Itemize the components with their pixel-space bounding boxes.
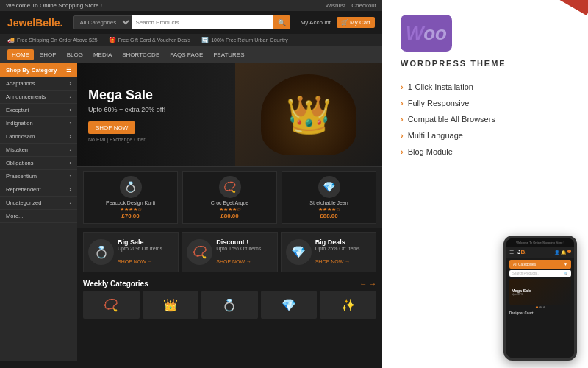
- info-panel: RESPONSIVE Woo WORDPRESS THEME › 1-Click…: [382, 0, 588, 368]
- header: JewelBelle. All Categories 🔍 My Account …: [0, 11, 382, 34]
- mobile-preview: Welcome To Online Shopping Store ! ☰ JB.…: [503, 236, 577, 361]
- nav-blog[interactable]: BLOG: [62, 49, 87, 60]
- mobile-logo: JB.: [517, 249, 526, 255]
- mobile-hero-sub: Upto 60%: [512, 293, 531, 296]
- promo-image-1: 💍: [88, 239, 114, 265]
- mobile-category-select[interactable]: All Categories ▼: [509, 260, 571, 269]
- hero-subtitle: Upto 60% + extra 20% off!: [88, 106, 165, 113]
- woo-logo: Woo: [401, 15, 452, 52]
- sidebar-item-praesentium[interactable]: Praesentium›: [0, 170, 77, 183]
- mobile-header-icons: 👤 🔔: [554, 250, 571, 255]
- sidebar-item-adaptations[interactable]: Adaptations›: [0, 77, 77, 91]
- promo-text-3: Big Deals Upto 25% Off Items SHOP NOW →: [315, 238, 360, 266]
- info-gift: 🎁 Free Gift Card & Voucher Deals: [109, 37, 190, 43]
- content-area: Mega Sale Upto 60% + extra 20% off! SHOP…: [77, 63, 382, 361]
- weekly-item-4[interactable]: 💎: [261, 291, 318, 319]
- hero-text: Mega Sale Upto 60% + extra 20% off! SHOP…: [88, 88, 165, 142]
- weekly-item-1[interactable]: 📿: [83, 291, 140, 319]
- checkout-link[interactable]: Checkout: [351, 2, 376, 9]
- mobile-hero-text: Mega Sale Upto 60%: [512, 289, 531, 296]
- sidebar-item-mistaken[interactable]: Mistaken›: [0, 144, 77, 157]
- cart-button[interactable]: 🛒 My Cart: [337, 17, 375, 28]
- product-image-1: 💍: [120, 176, 142, 198]
- product-stars-2: ★★★★☆: [187, 207, 273, 213]
- product-image-2: 📿: [219, 176, 241, 198]
- sidebar-toggle-icon[interactable]: ☰: [66, 67, 71, 74]
- wishlist-link[interactable]: Wishlist: [326, 2, 346, 9]
- product-card-1[interactable]: 💍 Peacock Design Kurti ★★★★☆ £70.00: [83, 171, 178, 224]
- info-return: 🔄 100% Free Return Urban Country: [201, 37, 288, 43]
- sidebar: Shop By Category ☰ Adaptations› Announce…: [0, 63, 77, 361]
- hero-offer: No EMI | Exchange Offer: [88, 137, 165, 142]
- mobile-hero-title: Mega Sale: [512, 289, 531, 293]
- mobile-user-icon: 👤: [554, 250, 559, 255]
- sidebar-item-more[interactable]: More...: [0, 210, 77, 223]
- sidebar-header: Shop By Category ☰: [0, 63, 77, 77]
- product-card-3[interactable]: 💎 Stretchable Jean ★★★★☆ £88.00: [282, 171, 376, 224]
- category-select[interactable]: All Categories: [74, 15, 132, 29]
- refresh-icon: 🔄: [201, 37, 209, 43]
- search-input[interactable]: [132, 15, 273, 29]
- cart-label: My Cart: [350, 19, 370, 26]
- promo-image-2: 📿: [187, 239, 212, 265]
- promo-banners: 💍 Big Sale Upto 20% Off Items SHOP NOW →…: [77, 228, 382, 276]
- product-name-3: Stretchable Jean: [286, 200, 372, 205]
- hero-slider: Mega Sale Upto 60% + extra 20% off! SHOP…: [77, 63, 382, 166]
- cart-icon: 🛒: [341, 19, 348, 26]
- account-link[interactable]: My Account: [301, 19, 331, 26]
- sidebar-item-excepturi[interactable]: Excepturi›: [0, 104, 77, 117]
- hero-shop-now-button[interactable]: SHOP NOW: [88, 121, 135, 134]
- feature-4: › Multi Language: [401, 127, 570, 144]
- sidebar-item-laboriosam[interactable]: Laboriosam›: [0, 130, 77, 144]
- mobile-topbar: Welcome To Online Shopping Store !: [506, 238, 574, 247]
- feature-2: › Fully Responsive: [401, 95, 570, 111]
- promo-link-2[interactable]: SHOP NOW →: [216, 259, 251, 264]
- nav-features[interactable]: FEATURES: [209, 49, 248, 60]
- dot-3: [543, 306, 545, 308]
- mobile-hero: Mega Sale Upto 60%: [509, 279, 571, 305]
- sidebar-item-reprehenderit[interactable]: Reprehenderit›: [0, 183, 77, 197]
- nav-home[interactable]: HOME: [7, 49, 34, 60]
- promo-link-3[interactable]: SHOP NOW →: [315, 259, 351, 264]
- promo-title-3: Big Deals: [315, 238, 360, 246]
- weekly-item-2[interactable]: 👑: [143, 291, 199, 319]
- dot-2: [539, 306, 542, 308]
- weekly-nav[interactable]: ← →: [359, 280, 376, 288]
- nav-faqs[interactable]: FAQS PAGE: [165, 49, 207, 60]
- woo-section: Woo WORDPRESS THEME › 1-Click Installati…: [382, 0, 588, 171]
- nav-shortcode[interactable]: SHORTCODE: [118, 49, 164, 60]
- mobile-slider-dots: [506, 306, 574, 308]
- mobile-bell-icon: 🔔: [561, 250, 566, 255]
- feature-1: › 1-Click Installation: [401, 79, 570, 95]
- promo-text-1: Big Sale Upto 20% Off Items SHOP NOW →: [118, 238, 162, 266]
- promo-link-1[interactable]: SHOP NOW →: [118, 259, 153, 264]
- product-strip: 💍 Peacock Design Kurti ★★★★☆ £70.00 📿 Cr…: [77, 166, 382, 228]
- arrow-icon-4: ›: [401, 131, 404, 140]
- promo-text-2: Discount ! Upto 15% Off Items SHOP NOW →: [216, 238, 261, 266]
- product-stars-1: ★★★★☆: [87, 207, 173, 213]
- nav-shop[interactable]: SHOP: [35, 49, 61, 60]
- sidebar-item-obligations[interactable]: Obligations›: [0, 157, 77, 170]
- product-card-2[interactable]: 📿 Croc Eget Arque ★★★★☆ £80.00: [182, 171, 277, 224]
- weekly-grid: 📿 👑 💍 💎 ✨: [83, 291, 376, 319]
- info-bar: 🚚 Free Shipping On Order Above $25 🎁 Fre…: [0, 34, 382, 46]
- nav-media[interactable]: MEDIA: [89, 49, 116, 60]
- weekly-item-3[interactable]: 💍: [201, 291, 258, 319]
- feature-5: › Blog Module: [401, 144, 570, 160]
- product-image-3: 💎: [318, 176, 340, 198]
- logo[interactable]: JewelBelle.: [7, 17, 63, 29]
- theme-label: WORDPRESS THEME: [401, 59, 570, 68]
- search-button[interactable]: 🔍: [273, 15, 290, 29]
- feature-3: › Compatible All Browsers: [401, 111, 570, 127]
- weekly-item-5[interactable]: ✨: [320, 291, 376, 319]
- promo-banner-3: 💎 Big Deals Upto 25% Off Items SHOP NOW …: [281, 232, 376, 272]
- welcome-text: Welcome To Online Shopping Store !: [6, 2, 102, 9]
- weekly-header: Weekly Categories ← →: [83, 280, 376, 288]
- sidebar-item-indignation[interactable]: Indignation›: [0, 117, 77, 130]
- sidebar-item-uncategorized[interactable]: Uncategorized›: [0, 197, 77, 210]
- topbar: Welcome To Online Shopping Store ! Wishl…: [0, 0, 382, 11]
- product-price-3: £88.00: [286, 213, 372, 219]
- sidebar-item-announcements[interactable]: Announcements›: [0, 91, 77, 104]
- hero-title: Mega Sale: [88, 88, 165, 103]
- mobile-search[interactable]: Search Products... 🔍: [509, 270, 571, 277]
